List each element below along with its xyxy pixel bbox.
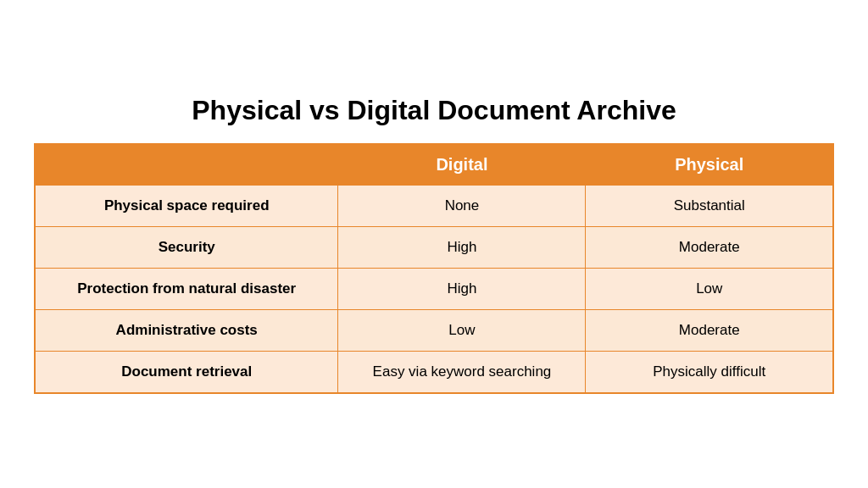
row-digital-value: Low xyxy=(338,309,586,351)
header-label-col xyxy=(35,144,338,186)
comparison-table: Digital Physical Physical space required… xyxy=(34,143,834,394)
row-label: Document retrieval xyxy=(35,351,338,393)
row-label: Physical space required xyxy=(35,185,338,226)
header-physical: Physical xyxy=(586,144,833,186)
row-physical-value: Substantial xyxy=(586,185,833,226)
row-label: Protection from natural disaster xyxy=(35,268,338,309)
row-label: Security xyxy=(35,226,338,268)
row-physical-value: Moderate xyxy=(586,226,833,268)
row-digital-value: None xyxy=(338,185,586,226)
row-digital-value: Easy via keyword searching xyxy=(338,351,586,393)
table-row: Document retrievalEasy via keyword searc… xyxy=(35,351,833,393)
row-label: Administrative costs xyxy=(35,309,338,351)
row-physical-value: Moderate xyxy=(586,309,833,351)
header-digital: Digital xyxy=(338,144,586,186)
row-digital-value: High xyxy=(338,268,586,309)
table-row: Physical space requiredNoneSubstantial xyxy=(35,185,833,226)
table-row: Protection from natural disasterHighLow xyxy=(35,268,833,309)
row-physical-value: Physically difficult xyxy=(586,351,833,393)
row-digital-value: High xyxy=(338,226,586,268)
table-row: Administrative costsLowModerate xyxy=(35,309,833,351)
row-physical-value: Low xyxy=(586,268,833,309)
page-title: Physical vs Digital Document Archive xyxy=(192,95,676,126)
table-row: SecurityHighModerate xyxy=(35,226,833,268)
